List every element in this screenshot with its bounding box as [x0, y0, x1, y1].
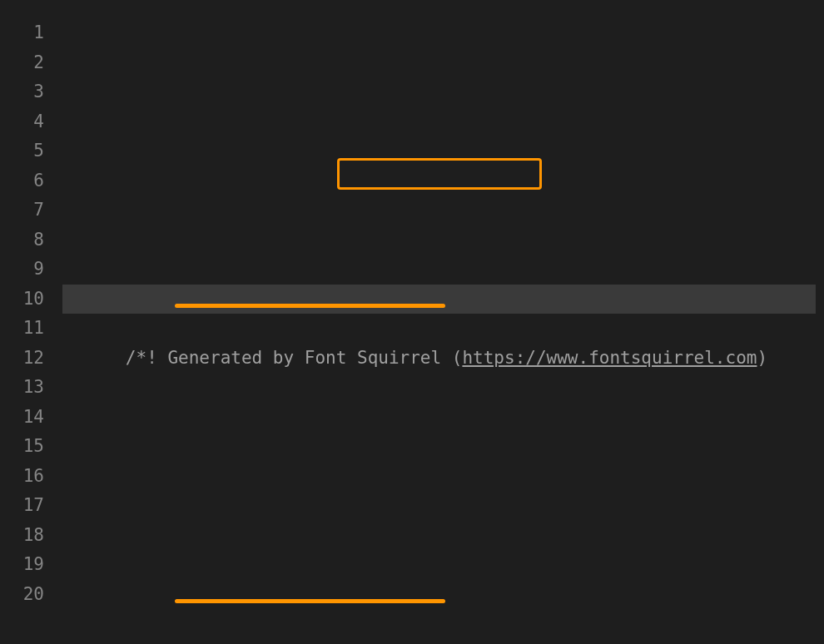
- code-line: [62, 403, 824, 433]
- line-number: 19: [0, 550, 44, 580]
- line-number: 8: [0, 225, 44, 255]
- line-number: 4: [0, 107, 44, 137]
- line-number: 16: [0, 462, 44, 492]
- comment-link[interactable]: https://www.fontsquirrel.com: [462, 348, 757, 368]
- line-number: 9: [0, 255, 44, 285]
- line-number: 5: [0, 136, 44, 166]
- line-number: 17: [0, 491, 44, 521]
- line-number: 15: [0, 432, 44, 462]
- line-number: 1: [0, 18, 44, 48]
- line-number: 20: [0, 580, 44, 610]
- code-editor: 1 2 3 4 5 6 7 8 9 10 11 12 13 14 15 16 1…: [0, 0, 824, 644]
- line-number: 10: [0, 285, 44, 315]
- line-number: 14: [0, 403, 44, 433]
- annotation-highlight-box: [337, 158, 542, 190]
- code-line: [62, 580, 824, 610]
- line-number-gutter: 1 2 3 4 5 6 7 8 9 10 11 12 13 14 15 16 1…: [0, 0, 62, 644]
- line-number: 7: [0, 196, 44, 225]
- line-number: 13: [0, 373, 44, 403]
- code-area[interactable]: /*! Generated by Font Squirrel (https://…: [62, 0, 824, 644]
- code-line: /*! Generated by Font Squirrel (https://…: [62, 285, 824, 315]
- line-number: 12: [0, 344, 44, 374]
- line-number: 2: [0, 48, 44, 78]
- code-line: [62, 491, 824, 521]
- comment-text: /*! Generated by Font Squirrel (https://…: [126, 348, 767, 368]
- line-number: 18: [0, 521, 44, 551]
- line-number: 11: [0, 314, 44, 344]
- line-number: 3: [0, 77, 44, 107]
- line-number: 6: [0, 166, 44, 196]
